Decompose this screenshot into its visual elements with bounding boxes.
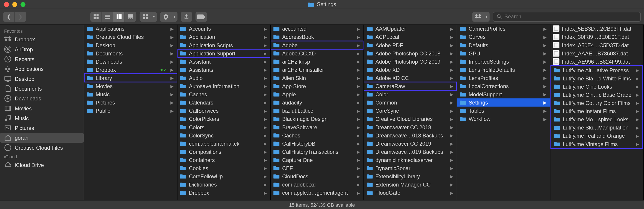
folder-row[interactable]: CallHistoryTransactions▶ [270, 148, 364, 156]
action-dropdown[interactable]: ▾ [172, 11, 177, 21]
folder-row[interactable]: Assistant▶ [178, 57, 270, 66]
action-button[interactable] [160, 11, 172, 21]
folder-row[interactable]: Adobe Photoshop CC 2018▶ [364, 49, 457, 57]
folder-row[interactable]: CloudDocs▶ [270, 172, 364, 180]
folder-row[interactable]: Lutify.me Instant Films▶ [551, 107, 642, 115]
folder-row[interactable]: Library▶ [84, 74, 177, 82]
folder-row[interactable]: Dreamweave…019 Backups▶ [364, 148, 457, 156]
folder-row[interactable]: Lutify.me Mo…spired Looks▶ [551, 115, 642, 123]
folder-row[interactable]: CEF▶ [270, 164, 364, 172]
folder-row[interactable]: Caches▶ [178, 90, 270, 98]
view-icons[interactable] [90, 11, 102, 21]
folder-row[interactable]: Lutify.me Ski…Manipulation▶ [551, 123, 642, 132]
folder-row[interactable]: com.apple.b…gementagent▶ [270, 189, 364, 197]
folder-row[interactable]: Adobe▶ [270, 41, 364, 49]
folder-row[interactable]: ColorPickers▶ [178, 115, 270, 123]
folder-row[interactable]: Extension Manager CC▶ [364, 180, 457, 189]
folder-row[interactable]: Lutify.me Cine Looks▶ [551, 82, 642, 91]
sidebar-item-music[interactable]: Music [0, 113, 84, 123]
folder-row[interactable]: Compositions▶ [178, 148, 270, 156]
group-button[interactable] [140, 11, 151, 21]
minimize-window[interactable] [12, 2, 17, 7]
folder-row[interactable]: Dictionaries▶ [178, 180, 270, 189]
folder-row[interactable]: CameraRaw▶ [364, 82, 457, 90]
folder-row[interactable]: Application▶ [178, 33, 270, 41]
folder-row[interactable]: CoreFollowUp▶ [178, 172, 270, 180]
folder-row[interactable]: Caches▶ [270, 131, 364, 140]
folder-row[interactable]: AAMUpdater▶ [364, 24, 457, 33]
folder-row[interactable]: Tables▶ [457, 107, 550, 115]
search-input[interactable] [504, 14, 637, 20]
folder-row[interactable]: Dreamweaver CC 2018▶ [364, 123, 457, 131]
search-field[interactable] [493, 11, 641, 21]
folder-row[interactable]: Colors▶ [178, 123, 270, 131]
sidebar-item-applications[interactable]: Applications [0, 64, 84, 74]
folder-row[interactable]: Applications▶ [84, 24, 177, 33]
file-row[interactable]: Index_AAAE…B786087.dat [550, 49, 643, 57]
sidebar-item-desktop[interactable]: Desktop [0, 74, 84, 84]
sidebar-item-airdrop[interactable]: AirDrop [0, 44, 84, 54]
folder-row[interactable]: Common▶ [364, 98, 457, 107]
folder-row[interactable]: dynamiclinkmediaserver▶ [364, 156, 457, 164]
folder-row[interactable]: Assistants▶ [178, 66, 270, 74]
folder-row[interactable]: biz.lut.Lattice▶ [270, 107, 364, 115]
close-window[interactable] [4, 2, 9, 7]
back-button[interactable]: ❮ [3, 11, 15, 21]
folder-row[interactable]: BraveSoftware▶ [270, 123, 364, 131]
folder-row[interactable]: ColorSync▶ [178, 131, 270, 140]
folder-row[interactable]: GPU▶ [457, 49, 550, 57]
folder-row[interactable]: ImportedSettings▶ [457, 57, 550, 66]
view-columns[interactable] [113, 11, 125, 21]
folder-row[interactable]: Color▶ [364, 90, 457, 98]
folder-row[interactable]: CoreSync▶ [364, 107, 457, 115]
folder-row[interactable]: CallServices▶ [178, 107, 270, 115]
folder-row[interactable]: Downloads▶ [84, 57, 177, 66]
folder-row[interactable]: Lutify.me Cin…c Base Grade▶ [551, 91, 642, 99]
folder-row[interactable]: Adobe.CC.XD▶ [270, 49, 364, 57]
view-gallery[interactable] [125, 11, 136, 21]
folder-row[interactable]: Adobe XD CC▶ [364, 74, 457, 82]
folder-row[interactable]: ExtensibilityLibrary▶ [364, 172, 457, 180]
folder-row[interactable]: Capture One▶ [270, 156, 364, 164]
folder-row[interactable]: Pictures▶ [84, 98, 177, 107]
dropbox-button[interactable] [472, 11, 484, 21]
folder-row[interactable]: Adobe Photoshop CC 2019▶ [364, 57, 457, 66]
folder-row[interactable]: Defaults▶ [457, 41, 550, 49]
sidebar-item-creative-cloud-files[interactable]: Creative Cloud Files [0, 143, 84, 152]
sidebar-item-documents[interactable]: Documents [0, 84, 84, 93]
folder-row[interactable]: AddressBook▶ [270, 33, 364, 41]
folder-row[interactable]: Lutify.me Teal and Orange▶ [551, 132, 642, 140]
folder-row[interactable]: LocalCorrections▶ [457, 82, 550, 90]
folder-row[interactable]: Alien Skin▶ [270, 74, 364, 82]
folder-row[interactable]: ai.2Hz.krisp▶ [270, 57, 364, 66]
folder-row[interactable]: Lutify.me Bla…d White Films▶ [551, 74, 642, 82]
folder-row[interactable]: Audio▶ [178, 74, 270, 82]
folder-row[interactable]: Documents▶ [84, 49, 177, 57]
folder-row[interactable]: Lutify.me Co…ry Color Films▶ [551, 99, 642, 107]
sidebar-item-icloud-drive[interactable]: iCloud Drive [0, 160, 84, 170]
folder-row[interactable]: ACPLocal▶ [364, 33, 457, 41]
folder-row[interactable]: Accounts▶ [178, 24, 270, 33]
folder-row[interactable]: Workflow▶ [457, 115, 550, 123]
sidebar-item-goran[interactable]: goran [0, 133, 84, 143]
folder-row[interactable]: com.apple.internal.ck▶ [178, 140, 270, 148]
folder-row[interactable]: CallHistoryDB▶ [270, 140, 364, 148]
folder-row[interactable]: Application Support▶ [178, 49, 270, 57]
sidebar-item-recents[interactable]: Recents [0, 54, 84, 64]
file-row[interactable]: Index_A50E4…C5D37D.dat [550, 41, 643, 49]
share-button[interactable] [181, 11, 192, 21]
dropbox-dropdown[interactable]: ▾ [484, 11, 490, 21]
folder-row[interactable]: Blackmagic Design▶ [270, 115, 364, 123]
file-row[interactable]: Index_AE996…B824F99.dat [550, 57, 643, 66]
folder-row[interactable]: FloodGate▶ [364, 189, 457, 197]
folder-row[interactable]: ModelSupport▶ [457, 90, 550, 98]
folder-row[interactable]: Dropbox●✓▶ [84, 66, 177, 74]
folder-row[interactable]: Cookies▶ [178, 164, 270, 172]
folder-row[interactable]: App Store▶ [270, 82, 364, 90]
sidebar-item-pictures[interactable]: Pictures [0, 123, 84, 133]
folder-row[interactable]: Calendars▶ [178, 98, 270, 107]
file-row[interactable]: Index_5EB3D…2CB93FF.dat [550, 24, 643, 33]
folder-row[interactable]: Music▶ [84, 90, 177, 98]
folder-row[interactable]: Dreamweave…018 Backups▶ [364, 131, 457, 140]
tags-button[interactable] [196, 11, 207, 21]
